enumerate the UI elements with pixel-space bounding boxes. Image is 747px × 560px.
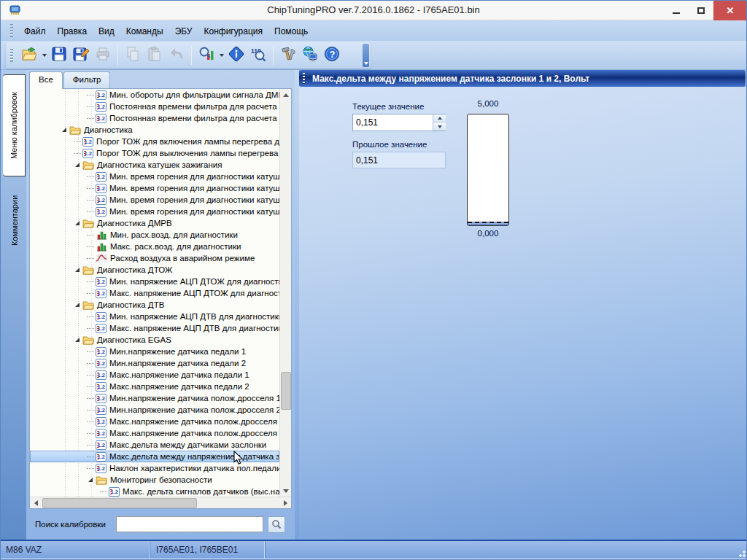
scroll-up-icon[interactable] — [280, 89, 292, 101]
tree-item[interactable]: 1.2Макс.дельта между датчиками заслонки — [30, 439, 279, 451]
expander-icon[interactable] — [74, 299, 82, 311]
tree-item[interactable]: 1.2Порог ТОЖ для включения лампы перегре… — [30, 136, 279, 147]
menu-item-правка[interactable]: Правка — [52, 23, 93, 39]
calibration-scalar-icon: 1.2 — [96, 184, 107, 193]
tree-item[interactable]: 1.2Макс. напряжение АЦП ДТВ для диагност… — [30, 322, 279, 334]
tree-item[interactable]: 1.2Макс.напряжение датчика полож.дроссел… — [30, 416, 279, 427]
tree-connector — [87, 287, 96, 299]
tree-connector — [87, 194, 96, 206]
open-file-dropdown-icon[interactable] — [40, 44, 48, 66]
sidebar-tab-comments[interactable]: Комментарии — [3, 181, 26, 260]
current-value-spinbox[interactable]: 0,151 — [352, 114, 446, 131]
folder-icon — [82, 219, 94, 228]
tree-item[interactable]: Макс. расх.возд. для диагностики — [30, 241, 279, 252]
menu-item-эбу[interactable]: ЭБУ — [169, 23, 198, 39]
save-button[interactable] — [48, 44, 70, 66]
expander-icon[interactable] — [74, 217, 82, 229]
resize-grip[interactable] — [737, 548, 746, 557]
tree-item[interactable]: 1.2Мин. обороты для фильтрации сигнала Д… — [30, 89, 279, 101]
sidebar-tab-calibration-menu[interactable]: Меню калибровок — [3, 74, 26, 176]
scroll-down-icon[interactable] — [280, 485, 292, 497]
menu-item-помощь[interactable]: Помощь — [268, 23, 314, 39]
internet-button[interactable] — [299, 44, 321, 66]
menu-item-вид[interactable]: Вид — [93, 23, 120, 39]
tree-item[interactable]: Диагностика EGAS — [30, 334, 279, 346]
scroll-right-icon[interactable] — [279, 497, 291, 509]
tree-item[interactable]: 1.2Макс.напряжение датчика полож.дроссел… — [30, 427, 279, 439]
search-input[interactable] — [116, 516, 263, 532]
tab-all[interactable]: Все — [29, 71, 63, 89]
tree-item[interactable]: Расход воздуха в аварийном режиме — [30, 252, 279, 264]
tree-item[interactable]: 1.2Макс. дельта сигналов датчиков (выс.н… — [30, 486, 279, 497]
scroll-left-icon[interactable] — [30, 497, 42, 509]
hex-view-button[interactable]: 110 — [247, 44, 269, 66]
tree-item[interactable]: 1.2Макс. напряжение АЦП ДТОЖ для диагнос… — [30, 287, 279, 299]
close-button[interactable]: ✕ — [713, 0, 747, 20]
menu-item-файл[interactable]: Файл — [18, 23, 52, 39]
tree-item[interactable]: 1.2Мин. время горения для диагностики ка… — [30, 194, 279, 206]
menu-item-конфигурация[interactable]: Конфигурация — [198, 23, 268, 39]
tree-item[interactable]: Диагностика катушек зажигания — [30, 159, 279, 171]
tree-item[interactable]: Диагностика — [30, 124, 279, 136]
info-button[interactable] — [225, 44, 247, 66]
menu-item-команды[interactable]: Команды — [120, 23, 169, 39]
vertical-scrollbar[interactable] — [279, 89, 291, 497]
tree-item[interactable]: 1.2Мин. напряжение АЦП ДТВ для диагности… — [30, 311, 279, 322]
horizontal-scroll-thumb[interactable] — [42, 498, 197, 508]
expander-icon[interactable] — [74, 264, 82, 276]
current-value: 0,151 — [356, 117, 378, 128]
folder-icon — [82, 265, 94, 275]
spin-up-icon[interactable] — [433, 114, 446, 122]
tree-item[interactable]: Диагностика ДТВ — [30, 299, 279, 311]
find-calibration-button[interactable] — [196, 44, 217, 66]
calibration-scalar-icon: 1.2 — [96, 312, 107, 322]
find-calibration-dropdown-icon[interactable] — [217, 44, 225, 66]
tree-item[interactable]: Мин. расх.возд. для диагностики — [30, 229, 279, 241]
chart-icon — [96, 242, 107, 252]
tab-filter[interactable]: Фильтр — [63, 71, 111, 88]
tree-item[interactable]: 1.2Постоянная времени фильтра для расчет… — [30, 101, 279, 112]
tree-item[interactable]: 1.2Макс.напряжение датчика педали 2 — [30, 381, 279, 392]
tree-item[interactable]: 1.2Мин.напряжение датчика педали 2 — [30, 357, 279, 369]
tree-item-label: Мин. время горения для диагностики катуш… — [109, 195, 279, 204]
tree-item[interactable]: 1.2Наклон характеристики датчика пол.пед… — [30, 462, 279, 474]
calibration-scalar-icon: 1.2 — [96, 195, 107, 205]
horizontal-scrollbar[interactable] — [30, 497, 291, 508]
search-button[interactable] — [268, 516, 285, 533]
tree-item-label: Диагностика ДТВ — [97, 300, 164, 309]
toolbar-grip-handle[interactable] — [10, 49, 13, 62]
expander-icon[interactable] — [87, 474, 96, 486]
spin-down-icon[interactable] — [433, 122, 446, 131]
tree-item[interactable]: 1.2Порог ТОЖ для выключения лампы перегр… — [30, 147, 279, 159]
tree-item[interactable]: 1.2Мин.напряжение датчика полож.дросселя… — [30, 404, 279, 416]
tree-item[interactable]: 1.2Мин.напряжение датчика полож.дросселя… — [30, 392, 279, 404]
tree-item[interactable]: 1.2Мин. напряжение АЦП ДТОЖ для диагност… — [30, 276, 279, 287]
save-as-button[interactable] — [70, 44, 92, 66]
tree-item-label: Мин. время горения для диагностики катуш… — [109, 172, 279, 181]
expander-icon[interactable] — [74, 334, 82, 346]
tree-item[interactable]: 1.2Мин.напряжение датчика педали 1 — [30, 346, 279, 357]
tree-item[interactable]: Диагностика ДМРВ — [30, 217, 279, 229]
expander-icon[interactable] — [61, 124, 69, 136]
window-title: ChipTuningPRO ver.7.2016.0.1862 - I765AE… — [0, 4, 747, 15]
tree-item-label: Мин. расх.возд. для диагностики — [110, 230, 238, 239]
toolbar-overflow-button[interactable] — [363, 44, 369, 67]
maximize-button[interactable] — [689, 0, 713, 20]
tree-item[interactable]: Мониторинг безопасности — [30, 474, 279, 486]
open-file-button[interactable] — [18, 44, 40, 66]
help-button[interactable]: ? — [321, 44, 343, 66]
tree-item-selected[interactable]: 1.2Макс.дельта между напряжением датчика… — [30, 451, 279, 462]
menu-grip-handle[interactable] — [10, 24, 13, 37]
title-bar: ChipTuningPRO ver.7.2016.0.1862 - I765AE… — [0, 0, 747, 20]
vertical-scroll-thumb[interactable] — [281, 372, 291, 410]
tree-item[interactable]: 1.2Постоянная времени фильтра для расчет… — [30, 112, 279, 124]
tree-item[interactable]: 1.2Мин. время горения для диагностики ка… — [30, 182, 279, 194]
tools-button[interactable] — [277, 44, 299, 66]
tree-item[interactable]: 1.2Мин. время горения для диагностики ка… — [30, 171, 279, 182]
minimize-button[interactable] — [664, 0, 689, 20]
tree-item[interactable]: 1.2Макс.напряжение датчика педали 1 — [30, 369, 279, 381]
folder-icon — [96, 475, 107, 485]
tree-item[interactable]: Диагностика ДТОЖ — [30, 264, 279, 276]
tree-item[interactable]: 1.2Мин. время горения для диагностики ка… — [30, 206, 279, 217]
expander-icon[interactable] — [74, 159, 82, 171]
